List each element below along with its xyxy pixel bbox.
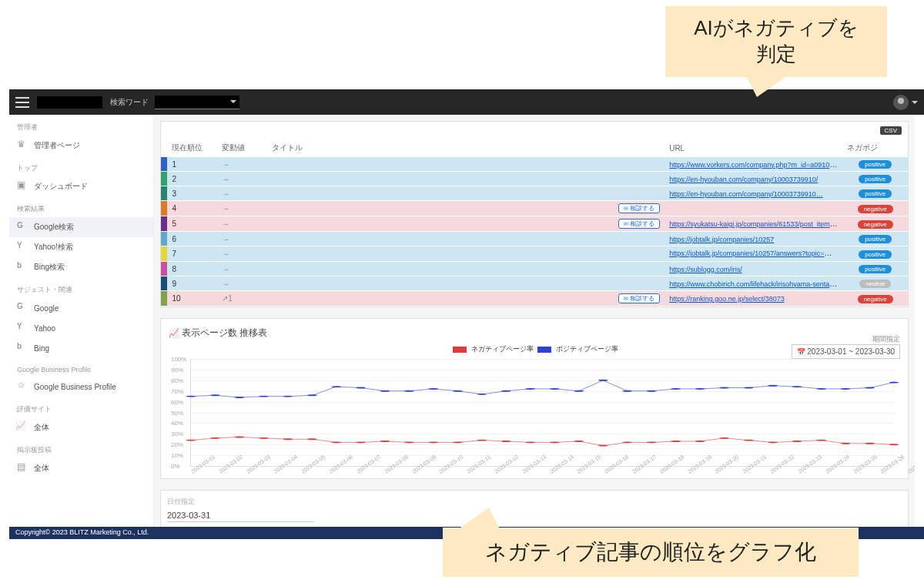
sidebar-item-bbs-all[interactable]: 全体 [9,458,153,478]
sidebar-item-google-search[interactable]: Google検索 [9,217,153,237]
svg-point-32 [235,436,245,437]
svg-point-19 [647,390,657,392]
cell-sentiment: positive [842,262,908,276]
sidebar-item-bing-search[interactable]: Bing検索 [9,257,153,277]
svg-point-29 [889,382,899,384]
cell-consult [604,157,665,172]
cell-consult [604,172,665,186]
csv-export-button[interactable]: CSV [880,126,902,135]
svg-point-2 [235,397,245,398]
cell-title [267,157,604,172]
sidebar-item-review-all[interactable]: 全体 [9,417,153,437]
sidebar-item-yahoo-search[interactable]: Yahoo!検索 [9,237,153,257]
cell-consult [604,232,665,246]
table-row: 5→相談するhttps://syukatsu-kaigi.jp/companie… [161,216,908,232]
cell-url: https://sublogg.com/iris/ [665,262,842,276]
svg-point-26 [816,388,826,390]
svg-point-46 [574,441,584,442]
url-link[interactable]: https://sublogg.com/iris/ [669,266,742,273]
cell-change: → [217,232,267,246]
results-card: CSV 現在順位 変動値 タイトル URL ネガポジ 1→https://www… [160,121,909,307]
svg-point-6 [332,386,342,387]
chevron-down-icon[interactable] [912,101,918,104]
sidebar-item-google-suggest[interactable]: Google [9,298,153,318]
svg-point-54 [768,441,778,443]
cell-sentiment: positive [842,157,908,172]
table-row: 10↗1相談するhttps://ranking.goo.ne.jp/select… [161,291,908,307]
svg-point-44 [525,441,535,443]
svg-point-57 [841,443,851,444]
sentiment-badge: negative [858,295,893,303]
cell-rank: 8 [167,262,217,276]
sentiment-badge: positive [859,189,892,198]
cell-rank: 7 [167,246,217,262]
svg-point-11 [453,390,463,392]
cell-url: https://syukatsu-kaigi.jp/companies/6153… [665,216,842,232]
cell-url: https://www.vorkers.com/company.php?m_id… [665,157,842,172]
cell-title [267,262,604,276]
sidebar-item-bing-suggest[interactable]: Bing [9,338,153,358]
cell-change: → [217,157,267,172]
url-link[interactable]: https://syukatsu-kaigi.jp/companies/6153… [669,219,840,228]
sidebar-item-yahoo-suggest[interactable]: Yahoo [9,318,153,338]
sidebar-item-label: Google Business Profile [34,383,116,391]
sidebar-item-admin[interactable]: 管理者ページ [9,136,153,156]
user-avatar-icon[interactable] [893,95,909,110]
svg-point-9 [404,390,414,392]
sidebar-item-dashboard[interactable]: ダッシュボード [9,176,153,196]
date-filter-input[interactable] [167,509,313,522]
url-link[interactable]: https://www.chobirich.com/lifehack/iriso… [669,280,842,288]
svg-point-35 [307,438,317,440]
date-range-picker[interactable]: 2023-03-01 ~ 2023-03-30 [792,344,900,359]
row-color-bar [161,172,167,186]
sidebar-item-label: Yahoo [34,324,55,333]
svg-point-15 [550,388,560,390]
date-filter-card: 日付指定 [160,490,909,529]
url-link[interactable]: https://jobtalk.jp/companies/10257 [669,236,774,243]
url-link[interactable]: https://en-hyouban.com/company/100037399… [669,190,823,198]
consult-button[interactable]: 相談する [618,293,660,303]
svg-point-49 [647,441,657,443]
url-link[interactable]: https://en-hyouban.com/company/100037399… [669,176,818,183]
svg-point-50 [671,441,681,442]
url-link[interactable]: https://jobtalk.jp/companies/10257/answe… [669,249,838,257]
cell-consult: 相談する [604,216,665,232]
cell-rank: 1 [167,157,217,172]
table-row: 6→https://jobtalk.jp/companies/10257posi… [161,232,908,246]
row-color-bar [161,262,167,276]
search-keyword-select[interactable] [155,95,239,109]
cell-consult [604,186,665,201]
svg-point-20 [671,388,681,390]
consult-button[interactable]: 相談する [618,219,660,229]
svg-point-24 [768,385,778,387]
row-color-bar [161,246,167,262]
x-tick-label: 2023-03-27 [907,454,915,474]
cell-rank: 5 [167,216,217,232]
cell-sentiment: negative [842,291,908,307]
sidebar-item-gbp[interactable]: Google Business Profile [9,377,153,397]
doc-icon [17,463,28,474]
cell-url: https://www.chobirich.com/lifehack/iriso… [665,276,842,291]
sidebar-item-label: Bing [34,344,49,353]
cell-consult [604,246,665,262]
cell-change: → [217,186,267,201]
url-link[interactable]: https://ranking.goo.ne.jp/select/38073 [669,295,785,303]
sentiment-badge: positive [859,235,892,243]
cell-title [267,186,604,201]
cell-rank: 6 [167,232,217,246]
cell-change: → [217,172,267,186]
cell-sentiment: neutral [842,276,908,291]
sidebar-item-label: 管理者ページ [34,140,80,151]
cell-title [267,276,604,291]
row-color-bar [161,291,167,307]
hamburger-menu-icon[interactable] [15,95,29,109]
url-link[interactable]: https://www.vorkers.com/company.php?m_id… [669,160,842,169]
consult-button[interactable]: 相談する [618,203,660,213]
row-color-bar [161,216,167,232]
svg-point-33 [259,437,269,439]
svg-point-30 [186,440,196,441]
svg-point-18 [622,390,632,392]
svg-point-53 [744,440,754,441]
range-label: 期間指定 [792,334,900,344]
svg-point-27 [841,388,851,390]
